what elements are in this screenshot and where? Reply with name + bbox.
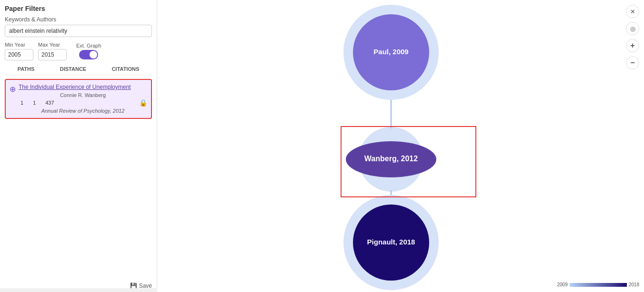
wanberg-label: Wanberg, 2012 bbox=[364, 155, 418, 163]
add-paper-button[interactable]: ⊕ bbox=[10, 85, 16, 94]
ext-graph-label: Ext. Graph bbox=[76, 43, 101, 49]
graph-controls: ✕ ◎ + − bbox=[626, 5, 639, 69]
ext-graph-toggle[interactable] bbox=[79, 50, 98, 59]
timeline-start: 2009 bbox=[557, 282, 568, 287]
zoom-out-control[interactable]: − bbox=[626, 56, 639, 69]
paper-filters-title: Paper Filters bbox=[5, 5, 152, 12]
paper-journal: Annual Review of Psychology, 2012 bbox=[19, 107, 147, 114]
zoom-out-icon: − bbox=[630, 58, 634, 67]
keywords-authors-label: Keywords & Authors bbox=[5, 16, 152, 23]
graph-svg: Paul, 2009 Wanberg, 2012 Pignault, 2018 bbox=[157, 0, 644, 292]
sidebar: Paper Filters Keywords & Authors Min Yea… bbox=[0, 0, 157, 292]
search-input[interactable] bbox=[5, 25, 152, 37]
tab-distance[interactable]: DISTANCE bbox=[58, 65, 88, 73]
toggle-thumb bbox=[90, 51, 97, 58]
year-row: Min Year Max Year Ext. Graph bbox=[5, 42, 152, 60]
tab-paths[interactable]: PATHS bbox=[16, 65, 37, 73]
locate-icon: ◎ bbox=[630, 25, 635, 32]
graph-area: Paul, 2009 Wanberg, 2012 Pignault, 2018 … bbox=[157, 0, 644, 292]
min-year-group: Min Year bbox=[5, 42, 33, 60]
paper-card-content: The Individual Experience of Unemploymen… bbox=[19, 84, 147, 114]
tab-citations[interactable]: CITATIONS bbox=[110, 65, 141, 73]
close-control[interactable]: ✕ bbox=[626, 5, 639, 18]
bottom-scrollbar[interactable] bbox=[0, 288, 157, 292]
paper-card: ⊕ The Individual Experience of Unemploym… bbox=[5, 79, 152, 119]
locate-control[interactable]: ◎ bbox=[626, 22, 639, 35]
paul-node[interactable] bbox=[353, 14, 429, 90]
close-icon: ✕ bbox=[630, 8, 635, 15]
tabs-row: PATHS DISTANCE CITATIONS bbox=[5, 65, 152, 75]
paper-stat-2: 1 bbox=[33, 100, 36, 106]
ext-graph-group: Ext. Graph bbox=[76, 43, 101, 59]
max-year-input[interactable] bbox=[38, 49, 67, 60]
max-year-label: Max Year bbox=[38, 42, 67, 48]
timeline-gradient bbox=[570, 283, 627, 287]
toggle-track bbox=[79, 50, 98, 59]
min-year-input[interactable] bbox=[5, 49, 33, 60]
paper-stat-1: 1 bbox=[20, 100, 23, 106]
paper-author: Connie R. Wanberg bbox=[19, 92, 147, 98]
timeline-end: 2018 bbox=[629, 282, 639, 287]
zoom-in-icon: + bbox=[630, 41, 634, 50]
paper-stat-3: 437 bbox=[45, 100, 54, 106]
max-year-group: Max Year bbox=[38, 42, 67, 60]
paper-stats: 1 1 437 🔒 bbox=[19, 99, 147, 107]
lock-icon[interactable]: 🔒 bbox=[139, 99, 147, 107]
paper-title[interactable]: The Individual Experience of Unemploymen… bbox=[19, 84, 147, 91]
pignault-node[interactable] bbox=[353, 204, 429, 281]
sidebar-content: Paper Filters Keywords & Authors Min Yea… bbox=[0, 0, 157, 281]
timeline-bar: 2009 2018 bbox=[557, 282, 640, 287]
min-year-label: Min Year bbox=[5, 42, 33, 48]
zoom-in-control[interactable]: + bbox=[626, 39, 639, 52]
